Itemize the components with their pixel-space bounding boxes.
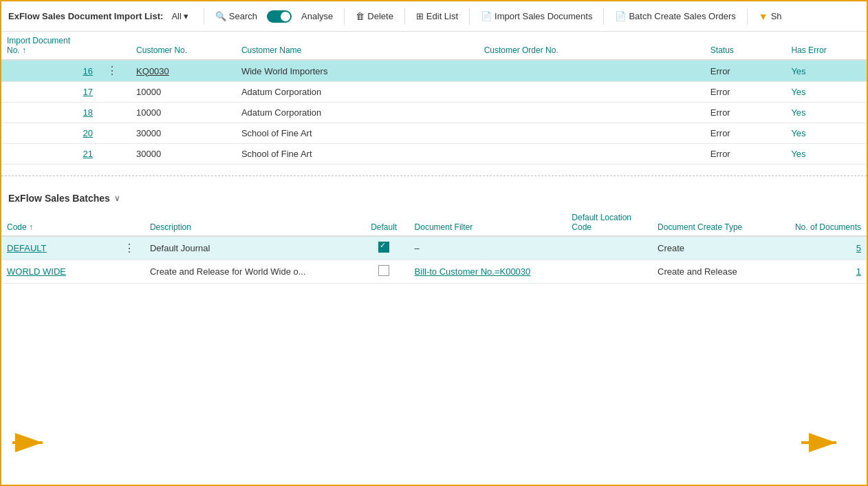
analyse-label: Analyse [301,11,333,21]
status-label: Status [710,45,734,55]
col-header-customer-order[interactable]: Customer Order No. [479,32,705,60]
col-header-description[interactable]: Description [144,209,359,236]
default-checkbox[interactable] [378,265,389,276]
table-row: 1710000Adatum CorporationErrorYes [1,82,867,103]
col-header-doc-filter[interactable]: Document Filter [409,209,567,236]
code-sort-icon: ↑ [29,222,33,232]
batch-num-docs-cell[interactable]: 1 [781,260,867,284]
has-error-cell: Yes [785,60,867,82]
col-header-customer-no[interactable]: Customer No. [131,32,236,60]
has-error-cell: Yes [785,144,867,165]
col-header-customer-name[interactable]: Customer Name [236,32,479,60]
import-doc-cell[interactable]: 17 [1,82,98,103]
row-menu-button[interactable]: ⋮ [104,63,120,78]
col-header-doc-create-type[interactable]: Document Create Type [652,209,781,236]
import-icon: 📄 [481,11,492,21]
col-header-num-docs[interactable]: No. of Documents [781,209,867,236]
analyse-button[interactable]: Analyse [296,8,338,24]
chevron-down-icon: ▾ [184,11,188,21]
doc-filter-label: Document Filter [415,222,473,232]
default-checkbox[interactable] [378,242,389,253]
toolbar-divider-4 [469,8,470,25]
col-header-default[interactable]: Default [359,209,409,236]
row-menu-cell: ⋮ [98,60,131,82]
toolbar-divider-6 [747,8,748,25]
status-cell: Error [705,60,786,82]
batch-icon: 📄 [615,11,626,21]
section-header: ExFlow Sales Batches ∨ [1,187,867,209]
status-cell: Error [705,144,786,165]
has-error-cell: Yes [785,123,867,144]
customer-no-cell: 10000 [131,82,236,103]
customer-name-cell: School of Fine Art [236,144,479,165]
customer-order-label: Customer Order No. [484,45,558,55]
search-button[interactable]: 🔍 Search [210,8,263,24]
list-item: WORLD WIDECreate and Release for World W… [1,260,867,284]
import-doc-label-line2: No. ↑ [7,45,93,55]
import-doc-cell[interactable]: 21 [1,144,98,165]
show-label: Sh [771,11,782,21]
import-doc-cell[interactable]: 16 [1,60,98,82]
sort-asc-icon: ↑ [22,45,26,55]
row-menu-cell [98,82,131,103]
toolbar-divider-2 [344,8,345,25]
col-header-menu [98,32,131,60]
customer-no-cell: KQ0030 [131,60,236,82]
edit-list-button[interactable]: ⊞ Edit List [411,8,464,24]
row-menu-cell [98,123,131,144]
batch-row-menu-button[interactable]: ⋮ [121,241,138,255]
delete-icon: 🗑 [356,11,365,21]
import-doc-cell[interactable]: 18 [1,103,98,123]
customer-no-cell: 30000 [131,123,236,144]
col-header-def-loc[interactable]: Default Location Code [566,209,652,236]
import-button[interactable]: 📄 Import Sales Documents [475,8,598,24]
customer-name-cell: School of Fine Art [236,123,479,144]
customer-name-label: Customer Name [241,45,301,55]
batch-default-cell [359,236,409,260]
customer-name-cell: Adatum Corporation [236,103,479,123]
section-divider [1,176,867,176]
section-chevron-icon[interactable]: ∨ [114,193,120,203]
analyse-toggle[interactable] [267,10,292,23]
has-error-label: Has Error [791,45,826,55]
col-header-has-error[interactable]: Has Error [785,32,867,60]
bottom-section-title: ExFlow Sales Batches [8,193,110,204]
import-doc-cell[interactable]: 20 [1,123,98,144]
col-header-status[interactable]: Status [705,32,786,60]
batch-code-cell[interactable]: DEFAULT [1,236,116,260]
has-error-cell: Yes [785,103,867,123]
batch-default-cell [359,260,409,284]
batch-num-docs-cell[interactable]: 5 [781,236,867,260]
has-error-cell: Yes [785,82,867,103]
table-row: 16⋮KQ0030Wide World ImportersErrorYes [1,60,867,82]
toolbar-title: ExFlow Sales Document Import List: [8,11,163,21]
top-section: Import Document No. ↑ Customer No. Custo… [1,32,867,165]
bottom-section: ExFlow Sales Batches ∨ Code ↑ Descriptio… [1,187,867,290]
col-header-import-doc[interactable]: Import Document No. ↑ [1,32,98,60]
table-header-row: Import Document No. ↑ Customer No. Custo… [1,32,867,60]
delete-button[interactable]: 🗑 Delete [350,8,399,24]
edit-list-label: Edit List [426,11,458,21]
batch-def-loc-cell [566,236,652,260]
batch-doc-create-type-cell: Create and Release [652,260,781,284]
table-row: 2030000School of Fine ArtErrorYes [1,123,867,144]
col-header-code[interactable]: Code ↑ [1,209,116,236]
row-menu-cell [98,103,131,123]
delete-label: Delete [367,11,393,21]
show-button[interactable]: ▼ Sh [753,8,788,25]
customer-no-cell: 30000 [131,144,236,165]
row-menu-cell [98,144,131,165]
def-loc-line2: Code [572,222,647,232]
col-header-batch-menu [116,209,144,236]
doc-create-type-label: Document Create Type [658,222,742,232]
batch-create-label: Batch Create Sales Orders [629,11,735,21]
edit-list-icon: ⊞ [416,11,424,21]
toolbar: ExFlow Sales Document Import List: All ▾… [1,1,867,32]
batch-doc-filter-cell[interactable]: Bill-to Customer No.=K00030 [409,260,567,284]
table-row: 1810000Adatum CorporationErrorYes [1,103,867,123]
batch-create-button[interactable]: 📄 Batch Create Sales Orders [609,8,741,24]
filter-all-button[interactable]: All ▾ [167,8,192,24]
batch-code-cell[interactable]: WORLD WIDE [1,260,116,284]
import-list-table: Import Document No. ↑ Customer No. Custo… [1,32,867,165]
batch-doc-create-type-cell: Create [652,236,781,260]
